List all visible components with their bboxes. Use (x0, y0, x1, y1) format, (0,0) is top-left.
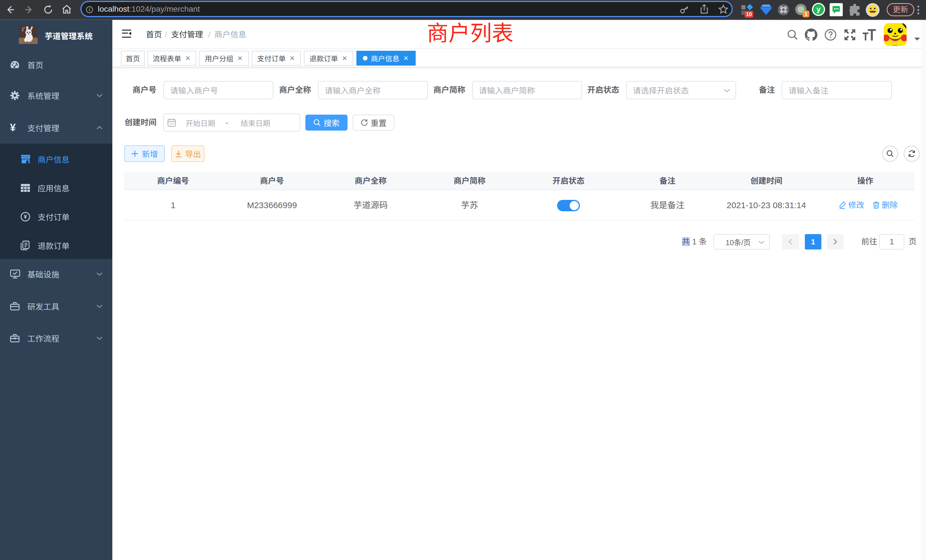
svg-text:1: 1 (805, 11, 808, 17)
svg-text:y: y (817, 5, 821, 14)
svg-text:10: 10 (746, 11, 752, 17)
svg-text:¥: ¥ (24, 213, 27, 220)
